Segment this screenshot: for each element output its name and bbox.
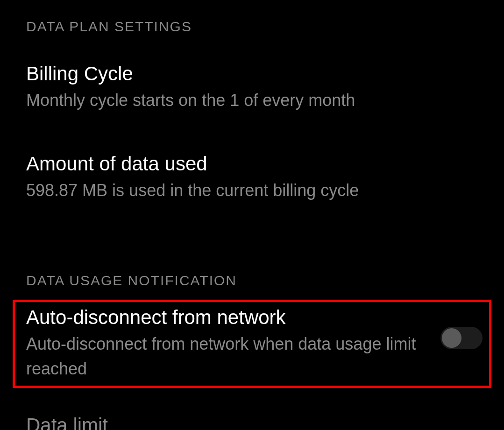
billing-cycle-subtitle: Monthly cycle starts on the 1 of every m… — [26, 90, 485, 112]
amount-used-title: Amount of data used — [26, 153, 485, 175]
setting-amount-used[interactable]: Amount of data used 598.87 MB is used in… — [26, 112, 485, 202]
setting-billing-cycle[interactable]: Billing Cycle Monthly cycle starts on th… — [26, 35, 485, 112]
billing-cycle-title: Billing Cycle — [26, 63, 485, 85]
setting-data-limit[interactable]: Data limit — [26, 414, 108, 430]
toggle-knob-icon — [442, 328, 461, 348]
auto-disconnect-title: Auto-disconnect from network — [26, 307, 440, 328]
auto-disconnect-toggle[interactable] — [440, 327, 483, 349]
setting-auto-disconnect[interactable]: Auto-disconnect from network Auto-discon… — [13, 300, 491, 388]
auto-disconnect-subtitle: Auto-disconnect from network when data u… — [26, 332, 423, 381]
section-header-data-plan: DATA PLAN SETTINGS — [26, 0, 485, 35]
amount-used-subtitle: 598.87 MB is used in the current billing… — [26, 180, 485, 202]
section-header-data-usage-notification: DATA USAGE NOTIFICATION — [26, 202, 485, 289]
